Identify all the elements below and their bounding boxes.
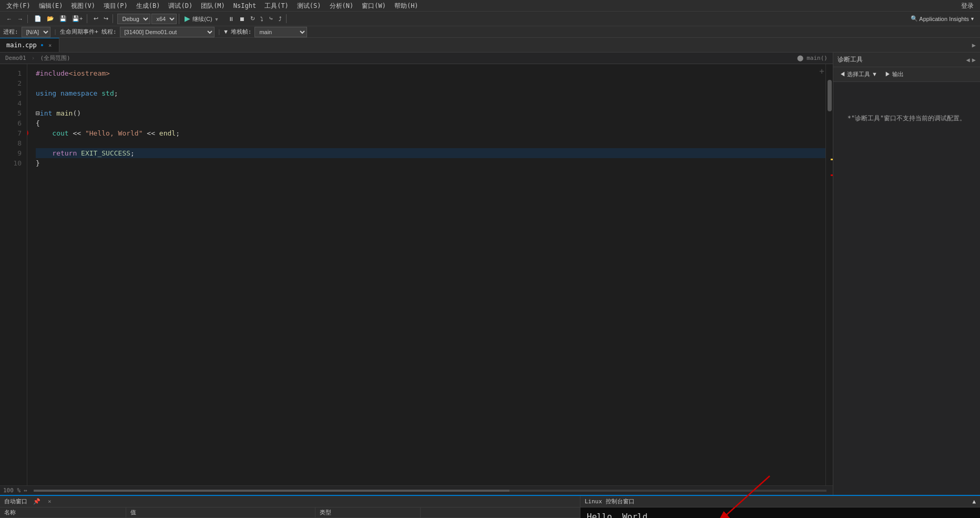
- add-region-button[interactable]: +: [819, 66, 824, 76]
- console-collapse-button[interactable]: ▲: [972, 498, 976, 505]
- menu-item[interactable]: 窗口(W): [358, 0, 390, 12]
- horizontal-scrollbar[interactable]: [34, 490, 826, 492]
- save-all-button[interactable]: 💾+: [70, 14, 85, 23]
- redo-button[interactable]: ↪: [101, 14, 110, 23]
- menu-bar: 文件(F)编辑(E)视图(V)项目(P)生成(B)调试(D)团队(M)NsIgh…: [0, 0, 980, 12]
- appinsights-dropdown-icon: ▼: [970, 16, 975, 22]
- stack-dropdown[interactable]: main: [254, 27, 307, 37]
- menu-item[interactable]: 分析(N): [325, 0, 358, 12]
- stop-button[interactable]: ⏹: [237, 15, 247, 23]
- new-button[interactable]: 📄: [32, 14, 44, 23]
- code-line: [36, 138, 825, 148]
- autos-content: 名称 值 类型 cout (...) std::iostream: [0, 507, 580, 518]
- panel-controls: ◀ ▶: [966, 56, 976, 64]
- menu-item[interactable]: 编辑(E): [35, 0, 67, 12]
- user-login[interactable]: 登录: [957, 0, 978, 12]
- autos-panel: 自动窗口 📌 × 名称 值 类型 cout (...) std::iostrea…: [0, 496, 580, 518]
- panel-arrow-right[interactable]: ▶: [972, 56, 976, 64]
- code-token: EXIT_SUCCESS: [81, 148, 130, 158]
- menu-item[interactable]: 生成(B): [132, 0, 165, 12]
- tab-modified-dot: •: [40, 41, 44, 49]
- diagnostics-panel-header: 诊断工具 ◀ ▶: [833, 53, 980, 67]
- platform-dropdown[interactable]: x64: [151, 14, 177, 24]
- code-line: [36, 78, 825, 88]
- code-token: using: [36, 88, 60, 98]
- step-out-button[interactable]: ⤴: [277, 15, 284, 23]
- thread-dropdown[interactable]: [31400] Demo01.out: [120, 27, 215, 37]
- zoom-adjust[interactable]: ⇔: [24, 487, 27, 494]
- code-line: ▶ return EXIT_SUCCESS;: [36, 148, 825, 158]
- code-area[interactable]: #include<iostream>using namespace std;⊟i…: [27, 64, 825, 485]
- step-into-button[interactable]: ⤷: [267, 14, 275, 23]
- menu-item[interactable]: 团队(M): [197, 0, 229, 12]
- code-token: main: [56, 108, 73, 118]
- step-over-button[interactable]: ⤵: [258, 15, 266, 23]
- code-token: return: [52, 148, 81, 158]
- tab-close-button[interactable]: ×: [47, 42, 53, 49]
- menu-item[interactable]: 测试(S): [293, 0, 325, 12]
- tab-label: main.cpp: [6, 42, 37, 49]
- undo-button[interactable]: ↩: [91, 14, 100, 23]
- filter-icon: ▼: [224, 28, 228, 35]
- open-button[interactable]: 📂: [45, 14, 56, 23]
- diagnostics-panel: 诊断工具 ◀ ▶ ◀ 选择工具 ▼ ▶ 输出 *"诊断工具"窗口不支持当前的调试…: [833, 53, 980, 495]
- code-line: [36, 98, 825, 108]
- output-button[interactable]: ▶ 输出: [883, 69, 906, 79]
- editor-func: ⬤ main(): [797, 55, 828, 61]
- back-button[interactable]: ←: [4, 15, 14, 23]
- toolbar-debug-controls: ⏸ ⏹ ↻ ⤵ ⤷ ⤴: [224, 14, 287, 23]
- breakpoint-indicator[interactable]: [27, 129, 28, 137]
- code-token: {: [36, 118, 40, 128]
- tab-scroll-arrow[interactable]: ▶: [968, 38, 980, 52]
- scrollbar-handle[interactable]: [828, 80, 832, 111]
- pin-button[interactable]: 📌: [32, 498, 42, 505]
- menu-item[interactable]: 工具(T): [260, 0, 293, 12]
- code-token: ;: [176, 128, 180, 138]
- pause-button[interactable]: ⏸: [226, 15, 236, 23]
- menu-item[interactable]: 调试(D): [164, 0, 197, 12]
- tab-main-cpp[interactable]: main.cpp • ×: [0, 38, 59, 52]
- col-header-type: 类型: [315, 507, 421, 517]
- line-number: 10: [0, 158, 22, 168]
- panel-arrow-left[interactable]: ◀: [966, 56, 970, 64]
- menu-item[interactable]: 文件(F): [2, 0, 35, 12]
- editor-breadcrumb: Demo01: [5, 55, 26, 61]
- appinsights-button[interactable]: 🔍 Application Insights ▼: [907, 14, 978, 23]
- close-panel-button[interactable]: ×: [46, 498, 53, 505]
- code-token: endl: [159, 128, 176, 138]
- menu-item[interactable]: 视图(V): [67, 0, 99, 12]
- code-line: cout << "Hello, World" << endl;: [36, 128, 825, 138]
- diagnostics-content: *"诊断工具"窗口不支持当前的调试配置。: [833, 82, 980, 495]
- tab-bar: main.cpp • × ▶: [0, 38, 980, 53]
- menu-item[interactable]: NsIght: [229, 0, 260, 12]
- forward-button[interactable]: →: [15, 15, 25, 23]
- func-icon: ⬤: [797, 55, 803, 61]
- console-title: Linux 控制台窗口: [585, 498, 635, 505]
- debug-config-dropdown[interactable]: Debug: [117, 14, 150, 24]
- line-number: 4: [0, 98, 22, 108]
- bottom-area: 自动窗口 📌 × 名称 值 类型 cout (...) std::iostrea…: [0, 495, 980, 518]
- save-button[interactable]: 💾: [57, 14, 69, 23]
- console-content: Hello, World: [580, 507, 980, 518]
- line-number: 3: [0, 88, 22, 98]
- menu-item[interactable]: 帮助(H): [390, 0, 423, 12]
- restart-button[interactable]: ↻: [248, 14, 257, 23]
- autos-title: 自动窗口: [4, 498, 27, 505]
- stack-label: 堆栈帧:: [231, 28, 252, 36]
- code-token: <iostream>: [69, 68, 110, 78]
- continue-button[interactable]: ▶ 继续(C) ▼: [181, 13, 222, 24]
- code-token: <<: [73, 128, 85, 138]
- code-token: int: [40, 108, 56, 118]
- toolbar-file-group: 📄 📂 💾 💾+: [30, 14, 87, 23]
- diagnostics-title: 诊断工具: [838, 55, 863, 64]
- line-number: 1: [0, 68, 22, 78]
- process-dropdown[interactable]: [N/A]: [22, 27, 50, 37]
- select-tool-button[interactable]: ◀ 选择工具 ▼: [838, 69, 880, 79]
- play-icon: ▶: [185, 14, 190, 23]
- breakpoint-marker: [831, 174, 833, 176]
- toolbar-debug-group: Debug x64: [115, 14, 179, 24]
- menu-item[interactable]: 项目(P): [99, 0, 132, 12]
- editor-scrollbar[interactable]: [825, 64, 833, 485]
- code-line: ⊟int main(): [36, 108, 825, 118]
- lifecycle-label[interactable]: 生命周期事件+: [60, 28, 98, 36]
